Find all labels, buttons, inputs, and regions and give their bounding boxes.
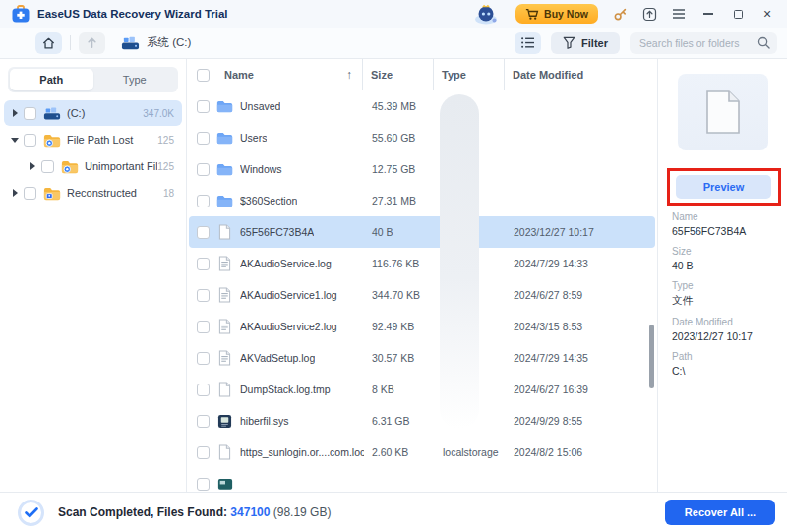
table-row[interactable]: AKAudioService2.log92.49 KB2024/3/15 8:5… xyxy=(189,311,655,342)
main-content: Path Type (C:)347.0KFile Path Lost125Uni… xyxy=(0,59,787,492)
assistant-mascot-icon[interactable] xyxy=(472,3,502,25)
table-scrollbar[interactable] xyxy=(649,325,654,388)
folder-icon xyxy=(216,161,233,178)
tab-path[interactable]: Path xyxy=(10,69,93,90)
select-all-checkbox[interactable] xyxy=(197,69,210,82)
menu-icon[interactable] xyxy=(671,6,687,22)
row-checkbox[interactable] xyxy=(197,478,210,491)
table-row[interactable]: Windows12.75 GB xyxy=(189,153,655,185)
file-date-modified: 2023/12/27 10:17 xyxy=(506,226,655,238)
list-view-button[interactable] xyxy=(515,32,541,54)
search-input[interactable] xyxy=(630,32,777,54)
row-checkbox[interactable] xyxy=(197,415,210,428)
detail-value: C:\ xyxy=(672,365,779,377)
tab-type[interactable]: Type xyxy=(93,69,177,90)
license-key-icon[interactable] xyxy=(612,6,628,22)
up-button[interactable] xyxy=(79,32,105,54)
cart-icon xyxy=(525,8,539,21)
caret-right-icon[interactable] xyxy=(8,109,22,117)
minimize-button[interactable] xyxy=(700,6,716,22)
tree-item--c-[interactable]: (C:)347.0K xyxy=(4,100,182,126)
table-row[interactable]: AKVadSetup.log30.57 KB2024/7/29 14:35 xyxy=(189,342,655,374)
scan-completed-label: Scan Completed, Files Found: xyxy=(58,505,227,519)
tree-checkbox[interactable] xyxy=(24,187,36,200)
folder-gear-icon xyxy=(61,159,79,174)
table-row[interactable] xyxy=(189,468,655,492)
filter-button[interactable]: Filter xyxy=(551,32,620,54)
preview-panel: Preview Name65F56FC73B4ASize40 BType文件Da… xyxy=(657,59,787,492)
row-checkbox[interactable] xyxy=(197,132,210,145)
file-size: 116.76 KB xyxy=(364,258,435,269)
table-row[interactable]: $360Section27.31 MB xyxy=(189,185,655,216)
file-date-modified: 2024/6/27 8:59 xyxy=(506,289,655,301)
caret-down-icon[interactable] xyxy=(8,138,22,143)
breadcrumb-label: 系统 (C:) xyxy=(147,35,191,50)
file-name: Unsaved xyxy=(240,100,280,112)
easeus-logo-icon xyxy=(12,5,30,23)
detail-label: Path xyxy=(672,351,779,362)
tree-item-count: 347.0K xyxy=(143,108,174,119)
recover-all-button[interactable]: Recover All ... xyxy=(665,500,775,525)
cell-name: $360Section xyxy=(189,193,364,209)
sort-ascending-icon[interactable]: ↑ xyxy=(346,68,352,82)
detail-field-size: Size40 B xyxy=(672,246,779,271)
teal-icon xyxy=(216,476,233,493)
buy-now-button[interactable]: Buy Now xyxy=(515,4,598,24)
tree-item-unimportant-files[interactable]: Unimportant Files125 xyxy=(4,153,182,179)
table-row[interactable]: AKAudioService1.log344.70 KB2024/6/27 8:… xyxy=(189,279,655,311)
row-checkbox[interactable] xyxy=(197,163,210,176)
file-name: Users xyxy=(240,132,267,144)
column-header-date-modified[interactable]: Date Modified xyxy=(504,59,657,90)
tree-checkbox[interactable] xyxy=(24,134,36,147)
row-checkbox[interactable] xyxy=(197,384,210,396)
home-button[interactable] xyxy=(35,32,62,54)
search-box xyxy=(630,32,777,54)
cell-name: DumpStack.log.tmp xyxy=(189,382,364,398)
app-title: EaseUS Data Recovery Wizard Trial xyxy=(37,8,228,20)
tree-item-reconstructed[interactable]: Reconstructed18 xyxy=(4,180,182,206)
maximize-button[interactable] xyxy=(730,6,746,22)
folder-icon xyxy=(216,193,233,209)
tree-item-file-path-lost[interactable]: File Path Lost125 xyxy=(4,127,182,152)
row-checkbox[interactable] xyxy=(197,446,210,459)
sidebar-tabs: Path Type xyxy=(8,67,178,92)
table-row[interactable]: Unsaved45.39 MB xyxy=(189,90,655,122)
close-button[interactable]: × xyxy=(759,6,775,22)
row-checkbox[interactable] xyxy=(197,289,210,302)
search-icon[interactable] xyxy=(757,36,770,49)
detail-field-name: Name65F56FC73B4A xyxy=(672,211,779,237)
folder-icon xyxy=(216,130,233,147)
table-header: Name ↑ Size Type Date Modified xyxy=(187,59,657,90)
cell-name xyxy=(189,476,364,493)
breadcrumb[interactable]: 系统 (C:) xyxy=(121,35,191,51)
file-name: DumpStack.log.tmp xyxy=(240,384,331,395)
table-row[interactable]: 65F56FC73B4A40 B2023/12/27 10:17 xyxy=(189,216,655,248)
table-row[interactable]: DumpStack.log.tmp8 KB2024/6/27 16:39 xyxy=(189,374,655,405)
table-row[interactable]: hiberfil.sys6.31 GB2024/9/29 8:55 xyxy=(189,405,655,437)
tree-checkbox[interactable] xyxy=(24,107,36,120)
row-checkbox[interactable] xyxy=(197,195,210,207)
export-icon[interactable] xyxy=(641,6,657,22)
column-header-size[interactable]: Size xyxy=(362,59,433,90)
table-row[interactable]: AKAudioService.log116.76 KB2024/7/29 14:… xyxy=(189,248,655,279)
column-header-type[interactable]: Type xyxy=(433,59,504,90)
cell-name: Unsaved xyxy=(189,98,364,115)
title-bar: EaseUS Data Recovery Wizard Trial Buy No… xyxy=(0,0,787,28)
tree-checkbox[interactable] xyxy=(41,160,54,173)
row-checkbox[interactable] xyxy=(197,226,210,239)
table-row[interactable]: https_sunlogin.or....com.localstorage2.6… xyxy=(189,437,655,468)
caret-right-icon[interactable] xyxy=(26,162,39,170)
column-header-name[interactable]: Name ↑ xyxy=(187,59,362,90)
detail-label: Type xyxy=(672,280,779,291)
row-checkbox[interactable] xyxy=(197,258,210,270)
cell-name: https_sunlogin.or....com.localstorage xyxy=(189,444,364,461)
file-table: Name ↑ Size Type Date Modified Unsaved45… xyxy=(187,59,657,492)
caret-right-icon[interactable] xyxy=(8,189,22,197)
table-row[interactable]: Users55.60 GB xyxy=(189,122,655,153)
row-checkbox[interactable] xyxy=(197,321,210,333)
row-checkbox[interactable] xyxy=(197,100,210,113)
row-checkbox[interactable] xyxy=(197,352,210,365)
scan-status-text: Scan Completed, Files Found: 347100 (98.… xyxy=(58,505,331,519)
nav-divider xyxy=(70,35,71,50)
folder-tree: (C:)347.0KFile Path Lost125Unimportant F… xyxy=(0,100,186,206)
